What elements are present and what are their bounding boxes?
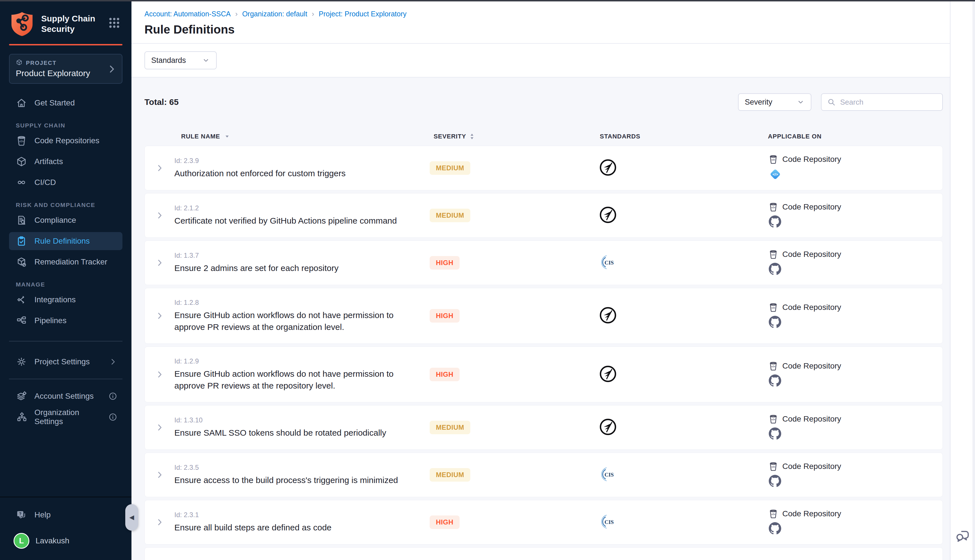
applicable-on-cell: </>Code Repository [757, 414, 943, 441]
code-repository-icon: </> [768, 461, 778, 472]
search-input[interactable] [840, 98, 937, 107]
severity-cell: MEDIUM [430, 421, 588, 434]
severity-filter-select[interactable]: Severity [738, 93, 811, 111]
rule-id: Id: 1.2.8 [174, 298, 430, 307]
table-row[interactable]: Id: 1.3.10Ensure SAML SSO tokens should … [144, 405, 943, 450]
svg-text:CIS: CIS [604, 472, 614, 478]
app-switcher-grid-icon[interactable] [108, 17, 121, 29]
severity-badge: HIGH [430, 368, 459, 381]
applicable-on-cell: </>Code Repository [757, 302, 943, 329]
github-icon [769, 316, 781, 329]
expand-chevron-icon[interactable] [145, 518, 174, 527]
svg-text:</>: </> [771, 253, 775, 256]
severity-badge: HIGH [430, 256, 459, 270]
support-chat-icon[interactable] [955, 528, 970, 543]
breadcrumb-link-0[interactable]: Account: Automation-SSCA [144, 10, 231, 18]
applicable-label: Code Repository [782, 155, 841, 164]
sidebar-item-compliance[interactable]: Compliance [9, 211, 122, 229]
project-selector[interactable]: PROJECT Product Exploratory [9, 54, 122, 84]
account-gear-icon [16, 390, 27, 402]
column-header-severity[interactable]: SEVERITY [429, 133, 588, 140]
sidebar-item-pipelines[interactable]: Pipelines [9, 312, 122, 330]
provider-icons: </> [768, 168, 943, 182]
info-icon [109, 392, 117, 401]
scrollbar-track[interactable] [972, 2, 975, 560]
expand-chevron-icon[interactable] [145, 311, 174, 320]
sidebar-item-rule-definitions[interactable]: Rule Definitions [9, 232, 122, 250]
sidebar-item-integrations[interactable]: Integrations [9, 291, 122, 309]
code-repository-icon: </> [768, 361, 778, 371]
table-row[interactable]: Id: 2.3.9Authorization not enforced for … [144, 146, 943, 190]
table-row[interactable]: Id: 1.3.7Ensure 2 admins are set for eac… [144, 240, 943, 285]
expand-chevron-icon[interactable] [145, 258, 174, 267]
table-row[interactable]: Id: 1.2.9Ensure GitHub action workflows … [144, 347, 943, 402]
table-row[interactable]: Id: 2.3.1Ensure all build steps are defi… [144, 500, 943, 545]
applicable-on-cell: </>Code Repository [757, 361, 943, 388]
severity-cell: HIGH [430, 515, 588, 529]
sidebar-item-code-repositories[interactable]: </>Code Repositories [9, 132, 122, 150]
owasp-standard-icon [599, 418, 617, 437]
sidebar-item-label: Pipelines [34, 316, 67, 325]
provider-icons [768, 375, 943, 388]
applicable-label: Code Repository [782, 362, 841, 370]
applicable-label: Code Repository [782, 415, 841, 423]
applicable-label: Code Repository [782, 202, 841, 212]
rule-id: Id: 2.3.5 [174, 463, 430, 472]
rules-table: Id: 2.3.9Authorization not enforced for … [144, 146, 943, 560]
expand-chevron-icon[interactable] [145, 370, 174, 379]
applicable-on-cell: </>Code Repository [757, 202, 943, 229]
github-icon [769, 427, 781, 441]
table-row[interactable]: Id: 2.1.2Certificate not verified by Git… [144, 193, 943, 238]
table-row[interactable]: Id: 1.2.8Ensure GitHub action workflows … [144, 288, 943, 344]
sidebar-item-project-settings[interactable]: Project Settings [9, 353, 122, 371]
code-repository-icon: </> [768, 509, 778, 519]
severity-cell: HIGH [430, 256, 588, 270]
main-content: Account: Automation-SSCA›Organization: d… [132, 0, 950, 560]
rule-id: Id: 1.1.9 [174, 559, 430, 560]
info-icon [109, 413, 117, 422]
table-body-area: Total: 65 Severity [132, 78, 950, 560]
table-row[interactable]: Id: 1.1.9HIGHCIS</>Code Repository [144, 547, 943, 560]
sidebar-item-ci-cd[interactable]: CI/CD [9, 173, 122, 192]
breadcrumb-link-1[interactable]: Organization: default [242, 10, 307, 18]
expand-chevron-icon[interactable] [145, 423, 174, 432]
user-menu[interactable]: L Lavakush [9, 533, 122, 549]
project-name: Product Exploratory [16, 68, 116, 78]
sidebar-item-account-settings[interactable]: Account Settings [9, 387, 122, 405]
applicable-label: Code Repository [782, 462, 841, 471]
rule-id: Id: 2.1.2 [174, 204, 430, 212]
integrations-icon [16, 294, 27, 305]
provider-icons [768, 316, 943, 329]
expand-chevron-icon[interactable] [145, 470, 174, 479]
search-icon [827, 98, 836, 106]
severity-cell: HIGH [430, 309, 588, 323]
sidebar-item-organization-settings[interactable]: Organization Settings [9, 408, 122, 426]
breadcrumb-link-2[interactable]: Project: Product Exploratory [319, 10, 407, 18]
applicable-on-cell: </>Code Repository [757, 249, 943, 276]
code-repository-icon: </> [768, 154, 778, 164]
expand-chevron-icon[interactable] [145, 211, 174, 220]
column-header-rule-name[interactable]: RULE NAME [174, 133, 429, 140]
sidebar-collapse-handle[interactable]: ◀ [125, 504, 138, 531]
severity-badge: HIGH [430, 515, 459, 529]
owasp-standard-icon [599, 206, 617, 225]
sidebar-item-label: Compliance [34, 216, 76, 225]
harness-code-icon: </> [769, 168, 782, 182]
standards-filter-select[interactable]: Standards [144, 51, 217, 69]
severity-badge: MEDIUM [430, 209, 470, 222]
sort-both-icon [469, 133, 474, 140]
help-button[interactable]: ? Help [9, 509, 122, 520]
applicable-target: </>Code Repository [768, 202, 943, 212]
svg-text:</>: </> [771, 513, 775, 516]
table-row[interactable]: Id: 2.3.5Ensure access to the build proc… [144, 453, 943, 497]
sidebar-item-get-started[interactable]: Get Started [9, 94, 122, 112]
code-repository-icon: </> [768, 302, 778, 312]
severity-badge: HIGH [430, 309, 459, 323]
project-label: PROJECT [26, 60, 57, 66]
sidebar-item-remediation-tracker[interactable]: Remediation Tracker [9, 253, 122, 271]
sidebar-item-artifacts[interactable]: Artifacts [9, 153, 122, 171]
rule-name-cell: Id: 1.2.9Ensure GitHub action workflows … [174, 357, 430, 392]
expand-chevron-icon[interactable] [145, 163, 174, 173]
rule-id: Id: 1.3.7 [174, 252, 430, 259]
chevron-down-icon [797, 98, 805, 106]
